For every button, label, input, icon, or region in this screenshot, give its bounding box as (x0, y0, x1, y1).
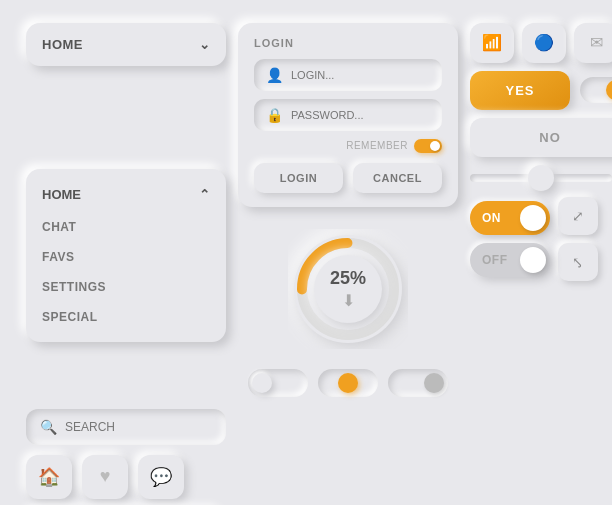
nav-home-label: HOME (42, 187, 81, 202)
nav-menu-header: HOME ⌃ (26, 179, 226, 212)
username-input[interactable] (291, 69, 430, 81)
chat-icon: 💬 (150, 466, 172, 488)
mail-icon: ✉ (590, 33, 603, 52)
progress-circle: 25% ⬇ (288, 229, 408, 349)
heart-icon-button[interactable]: ♥ (82, 455, 128, 499)
no-button[interactable]: NO (470, 118, 612, 157)
sidebar-item-settings[interactable]: SETTINGS (26, 272, 226, 302)
toggle-off-label: OFF (482, 253, 508, 267)
toggle-on-switch[interactable]: ON (470, 201, 550, 235)
login-title: LOGIN (254, 37, 442, 49)
remember-toggle[interactable] (414, 139, 442, 153)
login-button[interactable]: LOGIN (254, 163, 343, 193)
heart-icon: ♥ (100, 466, 111, 487)
bluetooth-icon: 🔵 (534, 33, 554, 52)
cloud-download-icon: ⬇ (330, 291, 366, 310)
username-field[interactable]: 👤 (254, 59, 442, 91)
toggle-right[interactable] (388, 369, 448, 397)
yes-button[interactable]: YES (470, 71, 570, 110)
slider-thumb[interactable] (528, 165, 554, 191)
dropdown-closed[interactable]: HOME ⌄ (26, 23, 226, 66)
cancel-button[interactable]: CANCEL (353, 163, 442, 193)
password-input[interactable] (291, 109, 430, 121)
remember-label: REMEMBER (346, 140, 408, 151)
search-bar[interactable]: 🔍 (26, 409, 226, 445)
progress-percentage: 25% (330, 268, 366, 289)
password-field[interactable]: 🔒 (254, 99, 442, 131)
slider-track[interactable] (470, 174, 612, 182)
user-icon: 👤 (266, 67, 283, 83)
lock-icon: 🔒 (266, 107, 283, 123)
toggle-yes[interactable] (580, 77, 612, 103)
chevron-up-icon: ⌃ (199, 187, 210, 202)
home-icon-button[interactable]: 🏠 (26, 455, 72, 499)
compress-icon: ⤣ (572, 254, 584, 270)
nav-menu: HOME ⌃ CHAT FAVS SETTINGS SPECIAL (26, 169, 226, 342)
wifi-icon: 📶 (482, 33, 502, 52)
toggle-left[interactable] (248, 369, 308, 397)
toggle-center[interactable] (318, 369, 378, 397)
bluetooth-button[interactable]: 🔵 (522, 23, 566, 63)
sidebar-item-favs[interactable]: FAVS (26, 242, 226, 272)
sidebar-item-special[interactable]: SPECIAL (26, 302, 226, 332)
expand-button[interactable]: ⤢ (558, 197, 598, 235)
sidebar-item-chat[interactable]: CHAT (26, 212, 226, 242)
compress-button[interactable]: ⤣ (558, 243, 598, 281)
dropdown-home-label: HOME (42, 37, 83, 52)
login-panel: LOGIN 👤 🔒 REMEMBER LOGIN CANCEL (238, 23, 458, 207)
slider-row (470, 169, 612, 187)
home-icon: 🏠 (38, 466, 60, 488)
chevron-down-icon: ⌄ (199, 37, 211, 52)
search-input[interactable] (65, 420, 212, 434)
wifi-button[interactable]: 📶 (470, 23, 514, 63)
search-icon: 🔍 (40, 419, 57, 435)
chat-icon-button[interactable]: 💬 (138, 455, 184, 499)
mail-button[interactable]: ✉ (574, 23, 612, 63)
toggle-off-switch[interactable]: OFF (470, 243, 550, 277)
toggle-on-label: ON (482, 211, 501, 225)
expand-icon: ⤢ (572, 208, 584, 224)
